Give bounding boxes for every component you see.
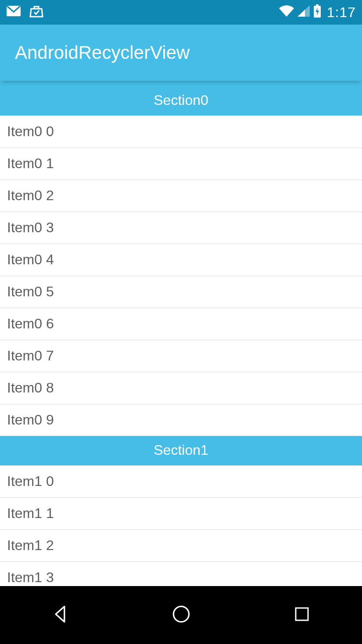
list-item-label: Item0 6 — [7, 316, 54, 331]
recycler-view[interactable]: Section0 Item0 0 Item0 1 Item0 2 Item0 3… — [0, 81, 362, 586]
list-item-label: Item0 4 — [7, 252, 54, 267]
list-item[interactable]: Item0 9 — [0, 404, 362, 436]
status-left-icons — [6, 4, 44, 21]
list-item-label: Item0 1 — [7, 155, 54, 171]
battery-charging-icon — [313, 4, 322, 21]
list-item[interactable]: Item0 1 — [0, 148, 362, 180]
list-item-label: Item0 3 — [7, 219, 54, 235]
svg-rect-2 — [316, 4, 319, 6]
app-title: AndroidRecyclerView — [15, 42, 190, 63]
svg-rect-4 — [296, 608, 308, 620]
list-item[interactable]: Item0 6 — [0, 308, 362, 340]
nav-bar — [0, 586, 362, 644]
back-icon — [51, 604, 70, 626]
status-clock: 1:17 — [327, 4, 356, 21]
list-item-label: Item0 9 — [7, 412, 54, 428]
list-item[interactable]: Item0 7 — [0, 340, 362, 372]
recent-icon — [293, 605, 311, 625]
list-item[interactable]: Item0 5 — [0, 276, 362, 308]
section-title: Section1 — [154, 442, 208, 458]
list-item[interactable]: Item0 4 — [0, 244, 362, 276]
list-item-label: Item0 0 — [7, 123, 54, 139]
section-header: Section0 — [0, 81, 362, 115]
home-icon — [172, 604, 191, 626]
wifi-icon — [279, 5, 294, 20]
list-item-label: Item1 0 — [7, 473, 54, 489]
section-title: Section0 — [154, 92, 208, 108]
briefcase-check-icon — [29, 4, 44, 21]
list-item[interactable]: Item1 1 — [0, 498, 362, 530]
home-button[interactable] — [169, 603, 194, 627]
list-item[interactable]: Item1 2 — [0, 530, 362, 562]
list-item[interactable]: Item1 0 — [0, 466, 362, 498]
list-item[interactable]: Item0 2 — [0, 180, 362, 212]
gmail-icon — [6, 5, 21, 20]
list-item-label: Item1 3 — [7, 569, 54, 585]
list-item-label: Item1 2 — [7, 537, 54, 553]
list-item-label: Item0 8 — [7, 380, 54, 396]
svg-point-3 — [173, 606, 189, 622]
status-right-icons: 1:17 — [279, 4, 356, 21]
list-item[interactable]: Item0 8 — [0, 372, 362, 404]
app-bar: AndroidRecyclerView — [0, 25, 362, 81]
section-header: Section1 — [0, 436, 362, 465]
list-item[interactable]: Item0 3 — [0, 212, 362, 244]
cell-signal-icon — [297, 5, 310, 20]
list-item[interactable]: Item0 0 — [0, 116, 362, 148]
list-item-label: Item0 2 — [7, 187, 54, 203]
list-item-label: Item0 7 — [7, 348, 54, 363]
back-button[interactable] — [48, 603, 73, 627]
list-item-label: Item0 5 — [7, 284, 54, 299]
list-item[interactable]: Item1 3 — [0, 562, 362, 586]
list-item-label: Item1 1 — [7, 505, 54, 521]
recent-apps-button[interactable] — [290, 603, 314, 627]
status-bar: 1:17 — [0, 0, 362, 25]
